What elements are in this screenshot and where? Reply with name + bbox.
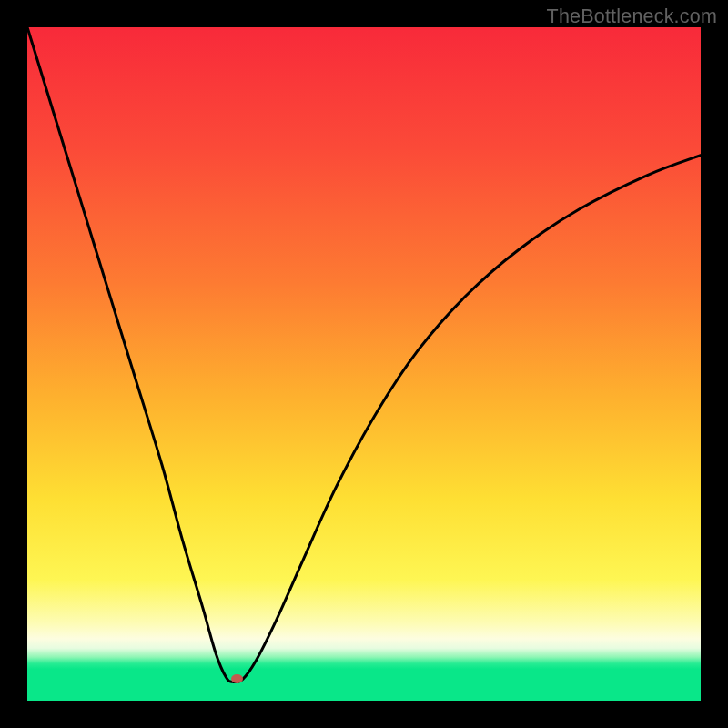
curve-svg	[27, 27, 701, 701]
bottleneck-curve	[27, 27, 701, 682]
plot-area	[27, 27, 701, 701]
min-marker	[231, 674, 243, 683]
watermark-text: TheBottleneck.com	[547, 5, 717, 28]
chart-frame: TheBottleneck.com	[0, 0, 728, 728]
